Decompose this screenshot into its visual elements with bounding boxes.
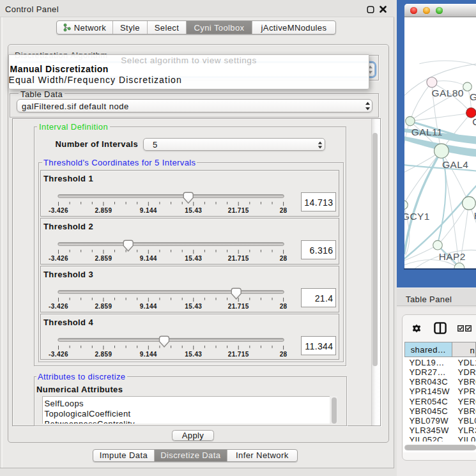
svg-text:9.144: 9.144	[139, 208, 157, 215]
svg-text:28: 28	[279, 208, 287, 215]
svg-text:21.715: 21.715	[227, 208, 249, 215]
svg-text:9.144: 9.144	[139, 256, 157, 263]
svg-text:28: 28	[279, 351, 287, 358]
svg-text:-3.426: -3.426	[49, 208, 68, 215]
svg-text:GA: GA	[469, 91, 476, 102]
svg-text:2.859: 2.859	[95, 303, 112, 311]
svg-text:2.859: 2.859	[95, 256, 112, 263]
svg-text:2.859: 2.859	[95, 208, 112, 215]
svg-text:15.43: 15.43	[185, 303, 202, 311]
svg-text:2.859: 2.859	[95, 351, 112, 358]
svg-text:15.43: 15.43	[185, 256, 202, 263]
svg-text:21.715: 21.715	[227, 351, 249, 358]
svg-text:GAL11: GAL11	[411, 127, 442, 137]
svg-text:9.144: 9.144	[139, 303, 157, 311]
svg-text:-3.426: -3.426	[49, 303, 68, 311]
svg-text:21.715: 21.715	[227, 303, 249, 311]
svg-text:28: 28	[279, 303, 287, 311]
svg-text:15.43: 15.43	[185, 351, 202, 358]
svg-text:15.43: 15.43	[185, 208, 202, 215]
svg-text:9.144: 9.144	[139, 351, 157, 358]
svg-text:GAL80: GAL80	[431, 88, 463, 98]
svg-text:HAP2: HAP2	[438, 251, 465, 262]
svg-text:21.715: 21.715	[227, 256, 249, 263]
svg-text:-3.426: -3.426	[49, 351, 68, 358]
svg-text:GCY1: GCY1	[404, 211, 430, 222]
svg-text:H: H	[473, 210, 476, 221]
svg-text:C: C	[472, 116, 476, 127]
svg-text:GAL4: GAL4	[442, 159, 468, 170]
svg-text:-3.426: -3.426	[49, 256, 68, 263]
svg-text:28: 28	[279, 256, 287, 263]
